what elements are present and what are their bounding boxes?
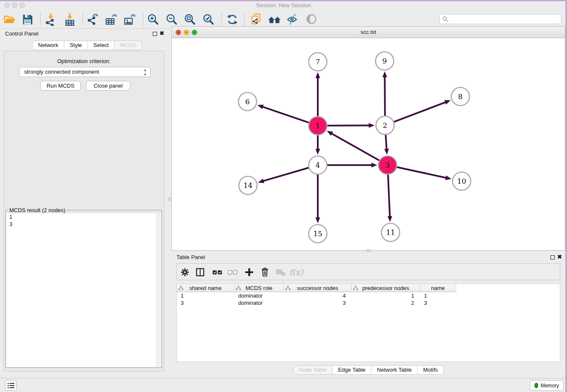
search-field[interactable] — [439, 14, 561, 24]
graph-edge-2-9[interactable] — [383, 71, 387, 116]
graph-edge-1-6[interactable] — [257, 105, 309, 122]
graph-edge-2-8[interactable] — [394, 100, 451, 122]
node-label: 4 — [316, 161, 320, 169]
graph-node-4[interactable]: 4 — [309, 156, 327, 174]
table-cell[interactable]: 3 — [177, 299, 234, 306]
export-image-button[interactable] — [122, 12, 137, 27]
plus-icon — [244, 267, 254, 277]
add-row-button[interactable] — [242, 265, 256, 279]
table-cell[interactable]: dominator — [234, 299, 284, 306]
graph-node-15[interactable]: 15 — [309, 225, 327, 243]
window-title: Session: New Session — [0, 1, 567, 10]
hide-selected-button[interactable] — [285, 12, 300, 27]
function-builder-button[interactable]: f(x) — [289, 265, 303, 279]
clone-network-button[interactable] — [248, 12, 264, 27]
search-input[interactable] — [449, 16, 561, 22]
control-panel-close-button[interactable]: ✖ — [160, 30, 164, 36]
horizontal-splitter-handle[interactable] — [366, 249, 370, 252]
mcds-result-textarea[interactable]: 13 — [6, 213, 161, 367]
vertical-splitter-handle[interactable] — [168, 197, 171, 201]
tab-motifs[interactable]: Motifs — [418, 365, 444, 375]
table-cell[interactable]: 1 — [352, 292, 420, 299]
tab-edge-table[interactable]: Edge Table — [333, 365, 372, 375]
refresh-button[interactable] — [225, 12, 240, 27]
column-header-successor-nodes[interactable]: successor nodes — [284, 284, 352, 292]
table-cell[interactable]: 1 — [420, 292, 456, 299]
column-header-name[interactable]: name — [420, 284, 456, 292]
deselect-all-button[interactable] — [226, 265, 239, 279]
save-session-button[interactable] — [20, 12, 35, 27]
table-cell[interactable]: 4 — [284, 292, 352, 299]
table-row[interactable]: 1dominator411 — [177, 292, 560, 299]
table-panel-float-button[interactable] — [550, 255, 555, 259]
column-header-MCDS-role[interactable]: MCDS role — [234, 284, 284, 292]
zoom-out-button[interactable] — [164, 12, 179, 27]
criterion-select[interactable]: strongly connected component ▲▼ — [19, 67, 151, 77]
hierarchy-icon — [286, 286, 290, 290]
table-row[interactable]: 3dominator323 — [177, 299, 560, 306]
graph-node-1[interactable]: 1 — [309, 117, 327, 135]
graph-node-10[interactable]: 10 — [453, 172, 471, 190]
graph-node-2[interactable]: 2 — [376, 116, 394, 135]
first-neighbors-button[interactable] — [267, 12, 282, 27]
graph-node-9[interactable]: 9 — [376, 52, 394, 70]
column-header-shared-name[interactable]: shared name — [177, 284, 234, 292]
tab-node-table[interactable]: Node Table — [293, 365, 333, 375]
save-icon — [22, 14, 33, 25]
control-panel-float-button[interactable] — [153, 32, 157, 36]
graph-node-6[interactable]: 6 — [239, 93, 257, 111]
graph-node-3[interactable]: 3 — [379, 156, 397, 174]
column-header-predecessor-nodes[interactable]: predecessor nodes — [352, 284, 420, 292]
graph-edge-3-1[interactable] — [327, 131, 379, 160]
delete-table-button[interactable] — [274, 265, 287, 279]
control-panel-header: Control Panel ✖ — [0, 29, 168, 39]
network-window-titlebar[interactable]: x − + scc.txt — [172, 27, 565, 38]
import-table-button[interactable] — [62, 12, 77, 27]
graph-node-7[interactable]: 7 — [309, 53, 327, 71]
node-label: 11 — [386, 228, 395, 237]
delete-row-button[interactable] — [258, 265, 272, 279]
close-panel-button[interactable]: Close panel — [86, 81, 130, 91]
graph-edge-1-7[interactable] — [316, 72, 320, 116]
table-cell[interactable]: dominator — [234, 292, 284, 299]
table-cell[interactable]: 3 — [284, 299, 352, 306]
table-cell[interactable]: 3 — [420, 299, 456, 306]
export-table-button[interactable] — [103, 12, 118, 27]
graph-edge-2-3[interactable] — [384, 135, 389, 155]
graph-edge-4-14[interactable] — [258, 168, 309, 183]
graph-node-11[interactable]: 11 — [382, 224, 400, 242]
zoom-fit-button[interactable] — [182, 12, 198, 27]
graph-edge-4-3[interactable] — [328, 163, 377, 168]
tab-network-table[interactable]: Network Table — [372, 365, 418, 375]
table-panel-close-button[interactable]: ✖ — [557, 254, 562, 260]
export-network-button[interactable] — [85, 12, 100, 27]
zoom-selected-button[interactable] — [201, 12, 216, 27]
graph-edge-1-2[interactable] — [327, 123, 374, 128]
graph-edge-4-15[interactable] — [316, 175, 320, 224]
graph-node-8[interactable]: 8 — [451, 88, 470, 106]
import-network-button[interactable] — [43, 12, 58, 27]
memory-button[interactable]: Memory — [530, 380, 564, 391]
split-column-button[interactable] — [193, 265, 207, 279]
node-label: 3 — [385, 161, 390, 169]
tab-network[interactable]: Network — [32, 41, 64, 50]
tab-style[interactable]: Style — [64, 41, 88, 50]
show-hidden-button[interactable] — [304, 12, 319, 27]
toolbar-separator — [221, 13, 222, 26]
result-scrollbar[interactable] — [156, 213, 161, 367]
graph-edge-3-11[interactable] — [388, 174, 392, 222]
table-cell[interactable]: 1 — [177, 292, 234, 299]
tab-select[interactable]: Select — [88, 41, 115, 50]
zoom-in-button[interactable] — [146, 12, 161, 27]
table-cell[interactable]: 2 — [352, 299, 420, 306]
graph-edge-3-10[interactable] — [397, 167, 451, 180]
tab-mcds[interactable]: MCDS — [115, 41, 142, 50]
graph-edge-1-4[interactable] — [316, 135, 320, 155]
graph-node-14[interactable]: 14 — [239, 177, 257, 195]
run-mcds-button[interactable]: Run MCDS — [40, 81, 81, 91]
select-all-button[interactable] — [211, 265, 224, 279]
table-settings-button[interactable] — [178, 265, 192, 279]
network-canvas[interactable]: 7968124314101511 — [172, 38, 565, 250]
task-history-button[interactable] — [5, 380, 17, 391]
open-session-button[interactable] — [2, 12, 17, 27]
